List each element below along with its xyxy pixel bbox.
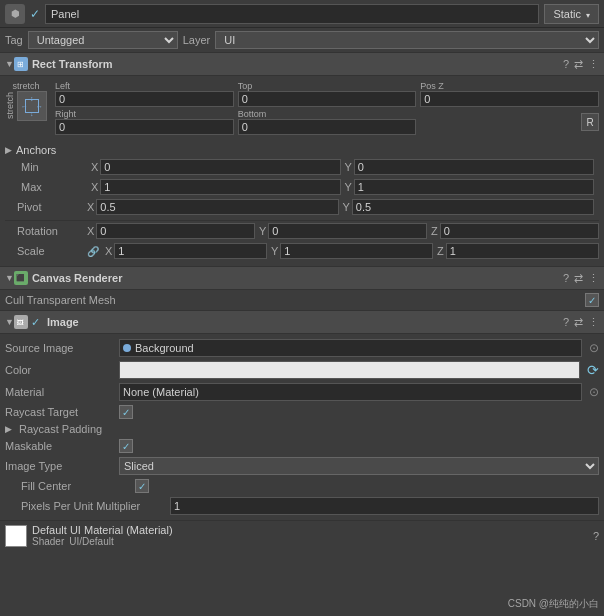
image-menu-icon[interactable]: ⋮	[588, 316, 599, 329]
image-help-icon[interactable]: ?	[563, 316, 569, 328]
min-row: Min X Y	[5, 157, 594, 177]
posz-input[interactable]	[420, 91, 599, 107]
canvas-menu-icon[interactable]: ⋮	[588, 272, 599, 285]
rect-menu-icon[interactable]: ⋮	[588, 58, 599, 71]
pivot-x-label: X	[87, 201, 94, 213]
material-target-icon[interactable]: ⊙	[589, 385, 599, 399]
color-picker-icon[interactable]: ⟳	[587, 362, 599, 378]
anchors-header[interactable]: ▶ Anchors	[5, 143, 594, 157]
image-section-header: ▼ 🖼 ✓ Image ? ⇄ ⋮	[0, 310, 604, 334]
anchors-collapse[interactable]: ▶	[5, 145, 12, 155]
stretch-side-label: stretch	[5, 92, 15, 119]
cull-row: Cull Transparent Mesh ✓	[0, 290, 604, 310]
scale-x-input[interactable]	[114, 243, 267, 259]
pixels-label: Pixels Per Unit Multiplier	[21, 500, 166, 512]
stretch-top-label: stretch	[12, 81, 39, 91]
rect-transform-content: stretch stretch ↕ ↕ ↔ ↔ Left	[0, 76, 604, 266]
rot-z-input[interactable]	[440, 223, 599, 239]
rect-transform-header: ▼ ⊞ Rect Transform ? ⇄ ⋮	[0, 52, 604, 76]
pixels-value-box: 1	[170, 497, 599, 515]
material-value-text: None (Material)	[123, 386, 578, 398]
cull-checkbox[interactable]: ✓	[585, 293, 599, 307]
shader-label: Shader	[32, 536, 64, 547]
material-label: Material	[5, 386, 115, 398]
scale-y-input[interactable]	[280, 243, 433, 259]
image-active-check[interactable]: ✓	[31, 316, 40, 329]
max-label: Max	[21, 181, 91, 193]
maskable-checkbox[interactable]: ✓	[119, 439, 133, 453]
shader-value: UI/Default	[69, 536, 113, 547]
min-x-input[interactable]	[100, 159, 340, 175]
source-image-value-box: Background	[119, 339, 582, 357]
rot-y-input[interactable]	[268, 223, 427, 239]
material-row: Material None (Material) ⊙	[5, 381, 599, 403]
min-y-input[interactable]	[354, 159, 594, 175]
pivot-y-input[interactable]	[352, 199, 594, 215]
raycast-padding-arrow[interactable]: ▶	[5, 424, 12, 434]
raycast-target-checkbox[interactable]: ✓	[119, 405, 133, 419]
rot-x-input[interactable]	[96, 223, 255, 239]
position-fields: Left Top Pos Z Right Bottom	[55, 81, 599, 135]
top-bar: ⬢ ✓ Static ▾	[0, 0, 604, 28]
rect-help-icon[interactable]: ?	[563, 58, 569, 70]
scale-z-input[interactable]	[446, 243, 599, 259]
left-input[interactable]	[55, 91, 234, 107]
raycast-padding-row: ▶ Raycast Padding	[5, 421, 599, 437]
right-label: Right	[55, 109, 234, 119]
color-row: Color ⟳	[5, 359, 599, 381]
tag-dropdown[interactable]: Untagged	[28, 31, 178, 49]
fill-center-label: Fill Center	[21, 480, 131, 492]
canvas-collapse-arrow[interactable]: ▼	[5, 273, 14, 283]
active-check[interactable]: ✓	[30, 7, 40, 21]
rect-collapse-arrow[interactable]: ▼	[5, 59, 14, 69]
max-row: Max X Y	[5, 177, 594, 197]
color-picker[interactable]	[119, 361, 580, 379]
bottom-input[interactable]	[238, 119, 417, 135]
canvas-help-icon[interactable]: ?	[563, 272, 569, 284]
image-section-title: Image	[47, 316, 563, 328]
image-type-select[interactable]: Sliced	[119, 457, 599, 475]
maskable-row: Maskable ✓	[5, 437, 599, 455]
top-input[interactable]	[238, 91, 417, 107]
canvas-renderer-title: Canvas Renderer	[32, 272, 563, 284]
footer-help-icon[interactable]: ?	[593, 530, 599, 542]
maskable-label: Maskable	[5, 440, 115, 452]
source-image-target-icon[interactable]: ⊙	[589, 341, 599, 355]
rect-transform-icons: ? ⇄ ⋮	[563, 58, 599, 71]
top-field: Top	[238, 81, 417, 107]
cull-label: Cull Transparent Mesh	[5, 294, 585, 306]
anchors-label: Anchors	[16, 144, 56, 156]
max-y-input[interactable]	[354, 179, 594, 195]
static-button[interactable]: Static ▾	[544, 4, 599, 24]
image-collapse-arrow[interactable]: ▼	[5, 317, 14, 327]
rotation-label: Rotation	[17, 225, 87, 237]
image-settings-icon[interactable]: ⇄	[574, 316, 583, 329]
watermark: CSDN @纯纯的小白	[508, 597, 599, 611]
source-image-row: Source Image Background ⊙	[5, 337, 599, 359]
image-component-icon: 🖼	[14, 315, 28, 329]
rect-settings-icon[interactable]: ⇄	[574, 58, 583, 71]
panel-name-input[interactable]	[45, 4, 539, 24]
layer-dropdown[interactable]: UI	[215, 31, 599, 49]
canvas-renderer-icon: ⬛	[14, 271, 28, 285]
scale-label: Scale	[17, 245, 87, 257]
tag-label: Tag	[5, 34, 23, 46]
right-field: Right	[55, 109, 234, 135]
rot-x-label: X	[87, 225, 94, 237]
image-section-icons: ? ⇄ ⋮	[563, 316, 599, 329]
rotation-row: Rotation X Y Z	[5, 221, 599, 241]
r-button[interactable]: R	[581, 113, 599, 131]
left-label: Left	[55, 81, 234, 91]
max-x-input[interactable]	[100, 179, 340, 195]
right-input[interactable]	[55, 119, 234, 135]
anchor-preset-button[interactable]: ↕ ↕ ↔ ↔	[17, 91, 47, 121]
link-icon: 🔗	[87, 246, 99, 257]
canvas-settings-icon[interactable]: ⇄	[574, 272, 583, 285]
pivot-x-input[interactable]	[96, 199, 338, 215]
right-bottom-row: Right Bottom R	[55, 109, 599, 135]
fill-center-checkbox[interactable]: ✓	[135, 479, 149, 493]
min-x-label: X	[91, 161, 98, 173]
raycast-padding-label: Raycast Padding	[19, 423, 129, 435]
logo: ⬢	[5, 4, 25, 24]
rot-z-label: Z	[431, 225, 438, 237]
